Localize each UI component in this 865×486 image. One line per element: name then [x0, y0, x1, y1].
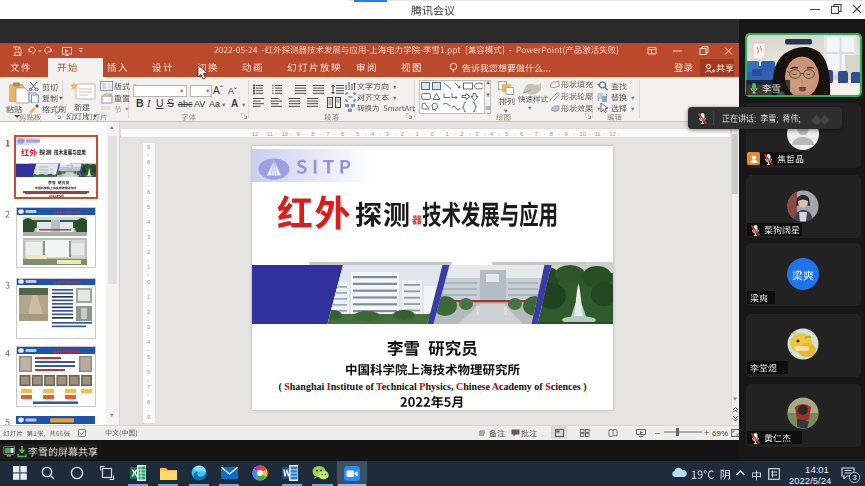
svg-text:3: 3 [852, 473, 856, 482]
